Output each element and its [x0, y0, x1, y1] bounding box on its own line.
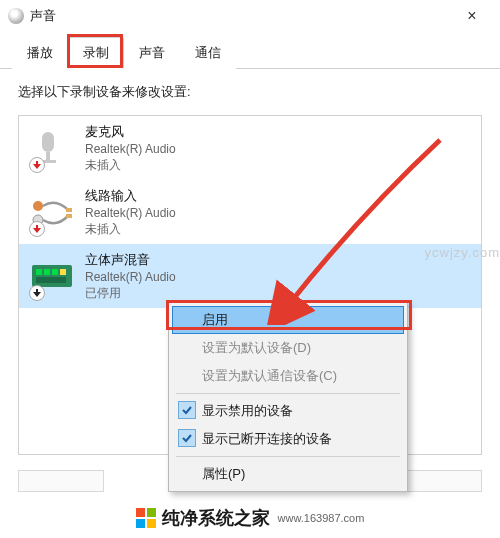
- device-name: 立体声混音: [85, 251, 176, 269]
- device-status: 已停用: [85, 285, 176, 302]
- menu-set-default[interactable]: 设置为默认设备(D): [172, 334, 404, 362]
- device-driver: Realtek(R) Audio: [85, 206, 176, 220]
- svg-rect-7: [32, 265, 72, 287]
- status-badge-icon: [29, 221, 45, 237]
- device-status: 未插入: [85, 221, 176, 238]
- svg-rect-6: [66, 214, 72, 218]
- context-menu: 启用 设置为默认设备(D) 设置为默认通信设备(C) 显示禁用的设备 显示已断开…: [168, 302, 408, 492]
- device-driver: Realtek(R) Audio: [85, 142, 176, 156]
- device-row-linein[interactable]: 线路输入 Realtek(R) Audio 未插入: [19, 180, 481, 244]
- windows-icon: [136, 508, 156, 528]
- tab-communications[interactable]: 通信: [180, 37, 236, 69]
- brand-sub: www.163987.com: [278, 512, 365, 524]
- menu-properties[interactable]: 属性(P): [172, 460, 404, 488]
- device-row-stereomix[interactable]: 立体声混音 Realtek(R) Audio 已停用: [19, 244, 481, 308]
- svg-rect-11: [60, 269, 66, 275]
- window-title: 声音: [30, 7, 452, 25]
- svg-rect-0: [42, 132, 54, 152]
- button-ghost[interactable]: [18, 470, 104, 492]
- tab-sounds[interactable]: 声音: [124, 37, 180, 69]
- menu-separator: [176, 393, 400, 394]
- close-button[interactable]: ×: [452, 2, 492, 30]
- brand-text: 纯净系统之家: [162, 506, 270, 530]
- check-icon: [178, 429, 196, 447]
- status-badge-icon: [29, 157, 45, 173]
- tab-bar: 播放 录制 声音 通信: [0, 32, 500, 69]
- check-icon: [178, 401, 196, 419]
- titlebar: 声音 ×: [0, 0, 500, 32]
- button-ghost[interactable]: [396, 470, 482, 492]
- soundboard-icon: [29, 253, 75, 299]
- tab-playback[interactable]: 播放: [12, 37, 68, 69]
- device-name: 线路输入: [85, 187, 176, 205]
- device-row-mic[interactable]: 麦克风 Realtek(R) Audio 未插入: [19, 116, 481, 180]
- device-name: 麦克风: [85, 123, 176, 141]
- menu-show-disconnected[interactable]: 显示已断开连接的设备: [172, 425, 404, 453]
- instruction-text: 选择以下录制设备来修改设置:: [18, 83, 482, 101]
- svg-rect-12: [36, 277, 66, 283]
- status-badge-icon: [29, 285, 45, 301]
- svg-rect-10: [52, 269, 58, 275]
- svg-rect-1: [46, 152, 50, 160]
- device-driver: Realtek(R) Audio: [85, 270, 176, 284]
- menu-label: 显示禁用的设备: [202, 403, 293, 418]
- menu-separator: [176, 456, 400, 457]
- sound-sysicon: [8, 8, 24, 24]
- device-status: 未插入: [85, 157, 176, 174]
- svg-rect-8: [36, 269, 42, 275]
- svg-rect-9: [44, 269, 50, 275]
- linein-icon: [29, 189, 75, 235]
- menu-label: 显示已断开连接的设备: [202, 431, 332, 446]
- tab-recording[interactable]: 录制: [68, 37, 124, 69]
- microphone-icon: [29, 125, 75, 171]
- menu-set-default-comm[interactable]: 设置为默认通信设备(C): [172, 362, 404, 390]
- menu-show-disabled[interactable]: 显示禁用的设备: [172, 397, 404, 425]
- menu-enable[interactable]: 启用: [172, 306, 404, 334]
- svg-rect-5: [66, 208, 72, 212]
- footer-brand: 纯净系统之家 www.163987.com: [0, 506, 500, 530]
- svg-point-3: [33, 201, 43, 211]
